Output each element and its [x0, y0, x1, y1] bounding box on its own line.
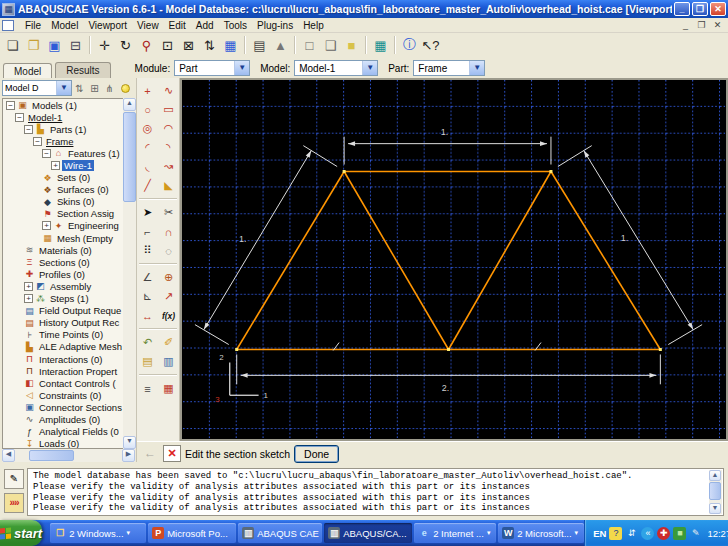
tree-item[interactable]: ΠInteractions (0): [3, 353, 134, 365]
help-tray-icon[interactable]: ?: [609, 527, 622, 540]
tree-item[interactable]: ΞSections (0): [3, 256, 134, 268]
filter-icon[interactable]: ⋔: [102, 83, 117, 94]
menu-model[interactable]: Model: [46, 20, 83, 31]
expand-all-icon[interactable]: ⊞: [87, 83, 102, 94]
arc-tangent-icon[interactable]: ◝: [159, 139, 178, 157]
updown-tray-icon[interactable]: ⇵: [625, 527, 638, 540]
tree-item-label[interactable]: Contact Controls (: [37, 378, 118, 389]
message-log-icon[interactable]: ✎: [4, 469, 24, 489]
tree-item-label[interactable]: Interactions (0): [37, 354, 104, 365]
expand-icon[interactable]: +: [51, 161, 60, 170]
lightbulb-icon[interactable]: [121, 84, 130, 93]
open-file-icon[interactable]: ❐: [23, 35, 44, 55]
command-line-icon[interactable]: »»: [4, 493, 24, 513]
spinner-icon[interactable]: ⇅: [72, 83, 87, 94]
context-help-icon[interactable]: ↖?: [420, 35, 441, 55]
info-icon[interactable]: ⓘ: [399, 35, 420, 55]
tab-model[interactable]: Model: [3, 63, 52, 79]
parameter-fx-icon[interactable]: f(x): [159, 307, 178, 325]
menu-edit[interactable]: Edit: [164, 20, 191, 31]
chevron-down-icon[interactable]: ▼: [56, 81, 71, 95]
menu-help[interactable]: Help: [298, 20, 329, 31]
project-edge-icon[interactable]: ∩: [159, 223, 178, 241]
tree-item[interactable]: −Frame: [3, 135, 134, 147]
prompt-back-icon[interactable]: ←: [141, 445, 159, 462]
part-select[interactable]: Frame ▼: [413, 60, 485, 76]
tree-item-label[interactable]: Materials (0): [37, 245, 94, 256]
rotate-view-icon[interactable]: ↻: [115, 35, 136, 55]
ellipse-icon[interactable]: ◎: [138, 120, 157, 138]
tree-item-label[interactable]: Skins (0): [55, 196, 96, 207]
tree-item[interactable]: −⌂Features (1): [3, 147, 134, 159]
collapse-icon[interactable]: −: [42, 149, 51, 158]
tree-item-label[interactable]: Time Points (0): [37, 329, 105, 340]
app-tray-icon[interactable]: ■: [673, 527, 686, 540]
tree-database-select[interactable]: Model D ▼: [2, 80, 72, 96]
circle-icon[interactable]: ○: [138, 101, 157, 119]
spline-icon[interactable]: ∿: [159, 82, 178, 100]
tree-item[interactable]: ▦Mesh (Empty: [3, 232, 134, 244]
rectangle-icon[interactable]: ▭: [159, 101, 178, 119]
tree-item-label[interactable]: Steps (1): [48, 293, 91, 304]
tree-item-label[interactable]: Wire-1: [62, 160, 94, 171]
tree-item-label[interactable]: Frame: [44, 136, 75, 147]
tree-item-label[interactable]: Assembly: [48, 281, 93, 292]
sketch-open-icon[interactable]: ▤: [138, 353, 157, 371]
tree-item-label[interactable]: Sections (0): [37, 257, 92, 268]
taskbar-button-2-internet[interactable]: e2 Internet ...▾: [414, 523, 496, 543]
chevron-down-icon[interactable]: ▾: [575, 529, 579, 537]
start-button[interactable]: start: [0, 520, 42, 546]
taskbar-button-microsoft-po[interactable]: PMicrosoft Po...: [148, 523, 236, 543]
tree-item[interactable]: ⚑Section Assig: [3, 208, 134, 220]
expand-icon[interactable]: +: [24, 282, 33, 291]
mdi-minimize-button[interactable]: _: [679, 20, 692, 30]
tree-item-label[interactable]: Model-1: [26, 112, 64, 123]
tree-horizontal-scrollbar[interactable]: ◀ ▶: [2, 449, 135, 462]
tree-item-label[interactable]: Amplitudes (0): [37, 414, 102, 425]
tree-item[interactable]: ▤Field Output Reque: [3, 305, 134, 317]
language-indicator[interactable]: EN: [593, 528, 606, 539]
tree-item[interactable]: −Model-1: [3, 111, 134, 123]
select-icon[interactable]: ➤: [138, 204, 157, 222]
mesh-display-icon[interactable]: ▦: [370, 35, 391, 55]
tree-item-label[interactable]: Loads (0): [37, 438, 81, 449]
tree-item[interactable]: ↧Loads (0): [3, 438, 134, 449]
tree-item[interactable]: ▤History Output Rec: [3, 317, 134, 329]
render-shaded-icon[interactable]: ■: [341, 35, 362, 55]
tree-item-label[interactable]: Field Output Reque: [37, 305, 123, 316]
collapse-icon[interactable]: −: [15, 113, 24, 122]
minimize-button[interactable]: _: [674, 2, 690, 16]
chevron-down-icon[interactable]: ▼: [362, 61, 377, 75]
tree-item[interactable]: +◩Assembly: [3, 280, 134, 292]
menu-plugins[interactable]: Plug-ins: [252, 20, 298, 31]
tree-item[interactable]: ≋Materials (0): [3, 244, 134, 256]
render-hiddenline-icon[interactable]: ❑: [320, 35, 341, 55]
tree-item-label[interactable]: Analytical Fields (0: [37, 426, 121, 437]
trim-icon[interactable]: ✂: [159, 204, 178, 222]
tab-results[interactable]: Results: [55, 62, 110, 78]
chamfer-icon[interactable]: ◣: [159, 177, 178, 195]
prompt-cancel-icon[interactable]: ✕: [163, 445, 181, 462]
undo-sketch-icon[interactable]: ↶: [138, 334, 157, 352]
save-file-icon[interactable]: ▣: [44, 35, 65, 55]
tree-item-label[interactable]: History Output Rec: [37, 317, 121, 328]
new-file-icon[interactable]: ❏: [2, 35, 23, 55]
sketch-grid-icon[interactable]: ▦: [159, 380, 178, 398]
view-table-icon[interactable]: ▦: [220, 35, 241, 55]
cycle-views-icon[interactable]: ⇅: [199, 35, 220, 55]
menu-add[interactable]: Add: [191, 20, 219, 31]
restore-button[interactable]: ❐: [692, 2, 708, 16]
fillet-icon[interactable]: ◟: [138, 158, 157, 176]
tree-item-label[interactable]: ALE Adaptive Mesh: [37, 341, 124, 352]
tree-item-label[interactable]: Parts (1): [48, 124, 88, 135]
tree-item-label[interactable]: Constraints (0): [37, 390, 103, 401]
query-icon[interactable]: ▲: [270, 35, 291, 55]
tree-item-label[interactable]: Section Assig: [55, 208, 116, 219]
close-button[interactable]: ✕: [710, 2, 726, 16]
chevron-down-icon[interactable]: ▾: [127, 529, 131, 537]
skype-tray-icon[interactable]: «: [641, 527, 654, 540]
mdi-close-button[interactable]: ✕: [711, 20, 724, 30]
fit-view-icon[interactable]: ⊠: [178, 35, 199, 55]
arc-center-icon[interactable]: ◜: [138, 139, 157, 157]
security-tray-icon[interactable]: ✚: [657, 527, 670, 540]
